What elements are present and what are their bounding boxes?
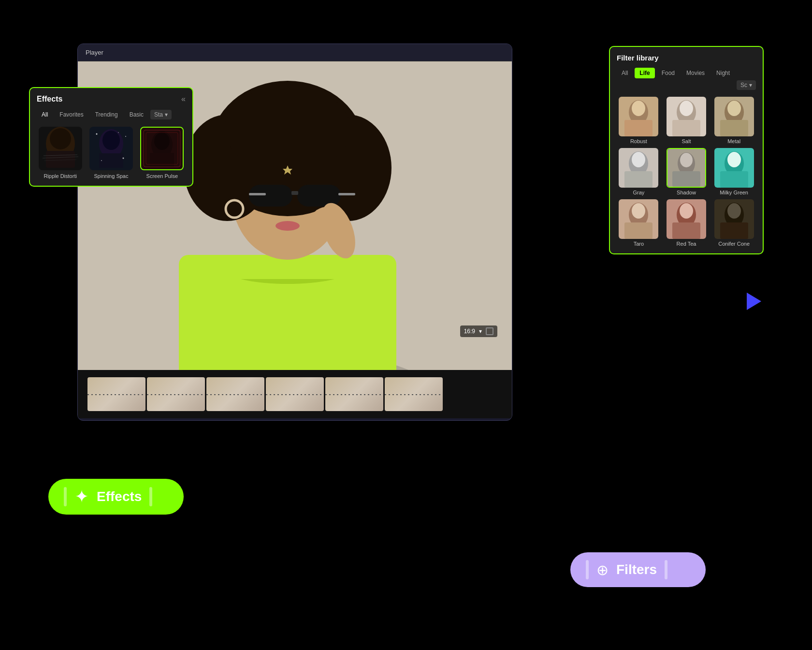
timeline-thumb-4: [266, 377, 324, 411]
effect-thumb-pulse: [140, 127, 184, 170]
filter-item-shadow[interactable]: Shadow: [665, 148, 709, 195]
effect-name-spinning: Spinning Spac: [94, 173, 129, 179]
chevron-down-icon: ▾: [749, 82, 752, 89]
svg-rect-13: [249, 185, 292, 207]
filter-tab-food[interactable]: Food: [657, 68, 680, 78]
chevron-down-icon: ▾: [165, 111, 168, 118]
filter-thumb-metal: [714, 97, 754, 136]
filters-badge[interactable]: ⊕ Filters: [570, 552, 706, 587]
svg-point-41: [154, 133, 170, 150]
svg-rect-42: [150, 153, 174, 167]
filter-item-taro[interactable]: Taro: [617, 199, 661, 247]
svg-point-38: [118, 132, 119, 133]
filter-thumb-shadow: [667, 148, 706, 188]
effects-panel-title: Effects: [37, 95, 62, 103]
svg-point-80: [727, 203, 741, 219]
timeline-thumb-2: [147, 377, 205, 411]
effect-item-ripple[interactable]: Ripple Distorti: [37, 127, 84, 179]
svg-point-32: [102, 131, 120, 150]
filter-item-gray[interactable]: Gray: [617, 148, 661, 195]
filter-tab-all[interactable]: All: [617, 68, 633, 78]
aspect-ratio-indicator[interactable]: 16:9 ▾: [460, 325, 497, 337]
filter-thumb-gray: [619, 148, 658, 188]
filter-item-metal[interactable]: Metal: [712, 97, 756, 144]
effects-close-button[interactable]: «: [181, 95, 186, 103]
timeline-thumb-3: [206, 377, 264, 411]
effects-panel: Effects « All Favorites Trending Basic S…: [29, 87, 193, 187]
svg-point-47: [632, 101, 645, 116]
effect-item-pulse[interactable]: Screen Pulse: [139, 127, 186, 179]
filter-tab-more-dropdown[interactable]: Sc ▾: [737, 80, 756, 90]
svg-point-35: [125, 136, 126, 137]
filter-thumb-salt: [667, 97, 706, 136]
filters-badge-left-handle: [586, 560, 589, 579]
filter-item-milky-green[interactable]: Milky Green: [712, 148, 756, 195]
filter-thumb-robust: [619, 97, 658, 136]
filter-name-metal: Metal: [727, 138, 740, 144]
filter-tab-movies[interactable]: Movies: [682, 68, 710, 78]
cursor-arrow: [747, 293, 761, 310]
svg-rect-69: [720, 171, 748, 188]
effects-tab-basic[interactable]: Basic: [125, 109, 148, 120]
effect-name-ripple: Ripple Distorti: [44, 173, 76, 179]
timeline-strip: [78, 370, 512, 418]
scene: Player: [0, 0, 812, 650]
timeline-thumb-5: [325, 377, 383, 411]
svg-point-37: [122, 158, 124, 159]
effects-grid: Ripple Distorti: [37, 127, 186, 179]
svg-rect-81: [720, 222, 748, 239]
filter-thumb-taro: [619, 199, 658, 239]
effects-tab-favorites[interactable]: Favorites: [55, 109, 88, 120]
filter-name-gray: Gray: [633, 190, 644, 195]
filters-badge-text: Filters: [616, 562, 657, 577]
effects-badge[interactable]: ✦ Effects: [48, 479, 184, 515]
svg-point-36: [101, 160, 102, 161]
filter-thumb-milky-green: [714, 148, 754, 188]
effects-tab-all[interactable]: All: [37, 109, 53, 120]
chevron-down-icon: ▾: [479, 328, 482, 335]
svg-point-76: [680, 203, 693, 219]
svg-rect-15: [291, 191, 298, 195]
effects-tabs: All Favorites Trending Basic Sta ▾: [37, 109, 186, 120]
filter-name-conifer-cone: Conifer Cone: [718, 241, 750, 247]
fullscreen-icon[interactable]: [486, 327, 493, 335]
effects-badge-text: Effects: [97, 489, 142, 504]
svg-point-64: [680, 153, 693, 167]
filter-item-red-tea[interactable]: Red Tea: [665, 199, 709, 247]
svg-point-59: [632, 152, 645, 167]
filters-icon: ⊕: [596, 561, 609, 578]
filter-name-red-tea: Red Tea: [677, 241, 696, 247]
svg-rect-48: [624, 120, 652, 136]
filter-panel: Filter library All Life Food Movies Nigh…: [609, 46, 764, 254]
effects-star-icon: ✦: [74, 487, 89, 507]
filter-name-milky-green: Milky Green: [720, 190, 748, 195]
effects-panel-header: Effects «: [37, 95, 186, 103]
svg-rect-17: [249, 193, 266, 195]
svg-point-72: [632, 203, 645, 219]
filter-item-robust[interactable]: Robust: [617, 97, 661, 144]
effect-item-spinning[interactable]: Spinning Spac: [87, 127, 134, 179]
timeline-thumb-1: [87, 377, 145, 411]
effect-name-pulse: Screen Pulse: [146, 173, 178, 179]
effects-tab-more-dropdown[interactable]: Sta ▾: [150, 110, 172, 119]
svg-rect-60: [624, 171, 652, 188]
effects-badge-right-handle: [149, 487, 152, 506]
aspect-ratio-value: 16:9: [464, 328, 475, 335]
svg-rect-73: [624, 222, 652, 239]
effect-thumb-ripple: [39, 127, 82, 170]
filter-tab-life[interactable]: Life: [635, 68, 654, 78]
filter-tab-night[interactable]: Night: [711, 68, 735, 78]
filter-name-taro: Taro: [634, 241, 644, 247]
filter-item-salt[interactable]: Salt: [665, 97, 709, 144]
filter-tab-more-label: Sc: [740, 82, 747, 89]
filter-name-shadow: Shadow: [677, 190, 696, 195]
timeline-thumb-6: [385, 377, 443, 411]
player-titlebar: Player: [78, 44, 512, 61]
filter-item-conifer-cone[interactable]: Conifer Cone: [712, 199, 756, 247]
svg-rect-16: [338, 193, 355, 195]
effects-tab-trending[interactable]: Trending: [90, 109, 123, 120]
filter-thumb-conifer-cone: [714, 199, 754, 239]
svg-rect-77: [672, 222, 700, 239]
effect-thumb-spinning: [89, 127, 133, 170]
svg-point-19: [276, 221, 300, 231]
